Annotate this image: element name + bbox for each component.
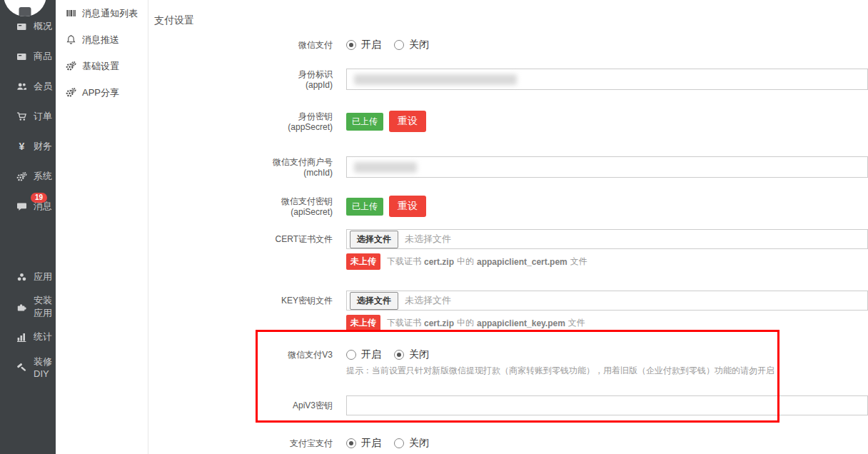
alipay-option-on[interactable]: 开启: [346, 437, 381, 450]
reset-app-secret-button[interactable]: 重设: [389, 111, 426, 132]
main-sidebar: 概况 商品 会员 订单 ¥ 财务: [0, 0, 56, 454]
field-label: 微信支付: [154, 38, 346, 51]
field-label: CERT证书文件: [154, 229, 346, 245]
cert-file-input[interactable]: 选择文件 未选择文件: [346, 229, 868, 249]
radio-label: 关闭: [409, 348, 429, 361]
wechat-pay-v3-off-radio[interactable]: [394, 350, 404, 360]
alipay-radio-group: 开启 关闭: [346, 436, 868, 450]
sidebar-item-members[interactable]: 会员: [0, 71, 56, 101]
alipay-on-radio[interactable]: [346, 438, 356, 448]
zip-filename: cert.zip: [424, 318, 454, 328]
sidebar-item-label: 装修DIY: [34, 355, 56, 379]
wechat-pay-option-off[interactable]: 关闭: [394, 39, 429, 51]
field-label: KEY密钥文件: [154, 291, 346, 306]
submenu-item-basic-settings[interactable]: 基础设置: [56, 53, 148, 79]
cart-icon: [16, 111, 27, 122]
wechat-pay-off-radio[interactable]: [394, 40, 404, 50]
form-row-apiv3-key: ApiV3密钥: [154, 395, 868, 415]
sidebar-item-diy[interactable]: 装修DIY: [0, 352, 56, 382]
sidebar-item-finance[interactable]: ¥ 财务: [0, 131, 56, 161]
field-label: 微信支付商户号 (mchId): [154, 156, 346, 178]
form-row-app-id: 身份标识 (appId): [154, 69, 868, 91]
cert-file-hint: 未上传 下载证书 cert.zip 中的 appapiclient_cert.p…: [346, 253, 868, 270]
sidebar-item-apps[interactable]: 应用: [0, 262, 56, 292]
form-row-mch-id: 微信支付商户号 (mchId): [154, 156, 868, 178]
payment-settings-page: 概况 商品 会员 订单 ¥ 财务: [0, 0, 868, 454]
radio-label: 开启: [361, 348, 381, 361]
submenu-item-notify-list[interactable]: 消息通知列表: [56, 0, 148, 26]
submenu-item-label: 基础设置: [82, 60, 119, 73]
wechat-pay-v3-radio-group: 开启 关闭: [346, 348, 868, 362]
form-row-cert-file: CERT证书文件 选择文件 未选择文件 未上传 下载证书 cert.zip 中的…: [154, 229, 868, 270]
sidebar-item-label: 会员: [34, 80, 52, 93]
wechat-pay-v3-option-on[interactable]: 开启: [346, 348, 381, 361]
radio-label: 关闭: [409, 437, 429, 450]
wechat-pay-v3-on-radio[interactable]: [346, 350, 356, 360]
apiv3-key-input[interactable]: [346, 395, 868, 415]
wechat-pay-v3-option-off[interactable]: 关闭: [394, 348, 429, 361]
submenu-item-label: APP分享: [82, 86, 119, 99]
cogs-icon: [66, 87, 76, 98]
not-uploaded-badge: 未上传: [346, 315, 380, 331]
sidebar-item-stats[interactable]: 统计: [0, 322, 56, 352]
cogs-icon: [66, 61, 76, 71]
sidebar-item-label: 概况: [34, 20, 52, 33]
sidebar-item-install-apps[interactable]: 安装应用: [0, 292, 56, 322]
bell-icon: [66, 34, 76, 45]
field-label: ApiV3密钥: [154, 395, 346, 411]
form-row-alipay: 支付宝支付 开启 关闭: [154, 436, 868, 450]
sidebar-item-label: 财务: [34, 140, 52, 153]
overview-icon: [16, 21, 27, 32]
sidebar-item-label: 安装应用: [34, 294, 56, 320]
app-id-input[interactable]: [346, 69, 868, 90]
alipay-option-off[interactable]: 关闭: [394, 437, 429, 450]
form-row-wechat-pay: 微信支付 开启 关闭: [154, 38, 868, 52]
no-file-text: 未选择文件: [405, 294, 451, 307]
wechat-pay-on-radio[interactable]: [346, 40, 356, 50]
submenu-item-message-push[interactable]: 消息推送: [56, 26, 148, 53]
field-label: 支付宝支付: [154, 436, 346, 449]
choose-file-button[interactable]: 选择文件: [350, 231, 398, 248]
wechat-pay-v3-hint: 提示：当前设置只针对新版微信提现打款（商家转账到零钱功能），用着旧版（企业付款到…: [346, 365, 868, 375]
redacted-value: [354, 74, 517, 85]
form-row-key-file: KEY密钥文件 选择文件 未选择文件 未上传 下载证书 cert.zip 中的 …: [154, 291, 868, 331]
redacted-value: [354, 162, 417, 173]
submenu-item-app-share[interactable]: APP分享: [56, 79, 148, 106]
mch-id-input[interactable]: [346, 156, 868, 178]
field-label: 微信支付V3: [154, 348, 346, 360]
nav-gap: [0, 221, 56, 262]
sidebar-item-goods[interactable]: 商品: [0, 41, 56, 71]
sidebar-item-label: 统计: [34, 331, 52, 343]
main-content: 支付设置 微信支付 开启 关闭 身份标识: [148, 0, 868, 454]
form-row-app-secret: 身份密钥 (appSecret) 已上传 重设: [154, 111, 868, 133]
wechat-pay-option-on[interactable]: 开启: [346, 39, 381, 51]
wechat-pay-radio-group: 开启 关闭: [346, 38, 868, 52]
sidebar-item-label: 应用: [34, 271, 52, 283]
zip-filename: cert.zip: [424, 257, 454, 267]
field-label: 身份密钥 (appSecret): [154, 111, 346, 133]
settings-submenu: 消息通知列表 消息推送 基础设置 APP分享: [56, 0, 148, 454]
sidebar-item-overview[interactable]: 概况: [0, 11, 56, 41]
sidebar-item-messages[interactable]: 消息 19: [0, 191, 56, 221]
message-count-badge: 19: [31, 193, 47, 203]
bar-chart-icon: [16, 332, 27, 343]
page-title: 支付设置: [154, 14, 868, 26]
submenu-item-label: 消息推送: [82, 34, 119, 46]
alipay-off-radio[interactable]: [394, 438, 404, 448]
not-uploaded-badge: 未上传: [346, 253, 380, 270]
submenu-item-label: 消息通知列表: [82, 7, 138, 20]
members-icon: [16, 81, 27, 92]
uploaded-badge: 已上传: [346, 198, 383, 216]
gears-icon: [16, 171, 27, 182]
apps-icon: [16, 272, 27, 283]
key-file-input[interactable]: 选择文件 未选择文件: [346, 291, 868, 311]
sidebar-item-orders[interactable]: 订单: [0, 101, 56, 131]
sidebar-item-system[interactable]: 系统: [0, 161, 56, 191]
no-file-text: 未选择文件: [405, 233, 451, 246]
key-file-hint: 未上传 下载证书 cert.zip 中的 appapiclient_key.pe…: [346, 315, 868, 331]
choose-file-button[interactable]: 选择文件: [350, 292, 398, 310]
uploaded-badge: 已上传: [346, 113, 383, 131]
reset-api-secret-button[interactable]: 重设: [389, 196, 426, 217]
puzzle-icon: [16, 302, 27, 313]
radio-label: 开启: [361, 39, 381, 51]
